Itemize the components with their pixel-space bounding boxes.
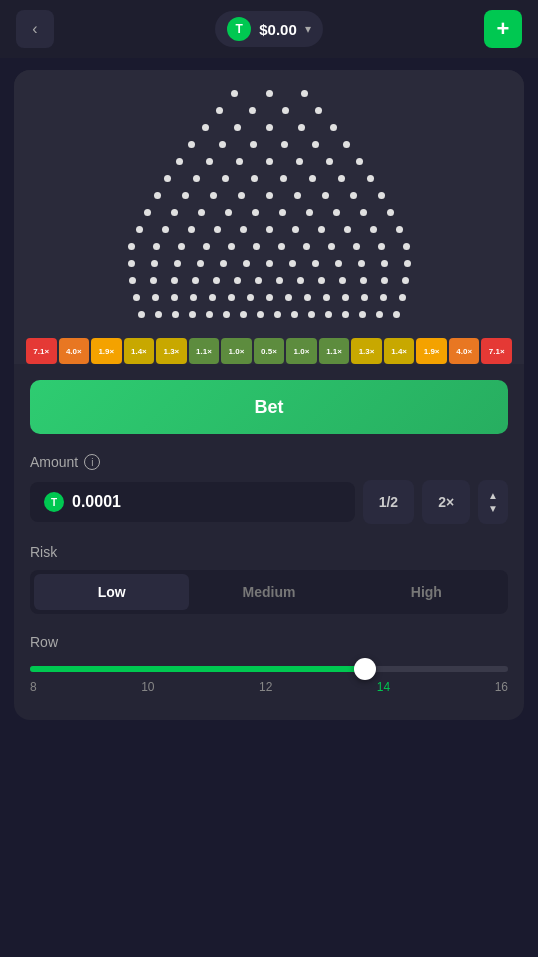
peg — [318, 226, 325, 233]
peg-row — [24, 141, 514, 148]
peg — [214, 226, 221, 233]
peg — [281, 141, 288, 148]
peg — [342, 311, 349, 318]
peg — [249, 107, 256, 114]
peg — [247, 294, 254, 301]
peg — [297, 277, 304, 284]
peg — [171, 209, 178, 216]
peg — [312, 141, 319, 148]
peg — [328, 243, 335, 250]
multiplier-cell: 1.0× — [286, 338, 317, 364]
peg — [298, 124, 305, 131]
half-button[interactable]: 1/2 — [363, 480, 414, 524]
plus-icon: + — [497, 16, 510, 42]
peg-row — [24, 311, 514, 318]
peg — [240, 311, 247, 318]
peg — [144, 209, 151, 216]
header: ‹ T $0.00 ▾ + — [0, 0, 538, 58]
row-label-14: 14 — [377, 680, 390, 694]
peg-row — [24, 107, 514, 114]
peg — [190, 294, 197, 301]
peg — [381, 277, 388, 284]
balance-pill[interactable]: T $0.00 ▾ — [215, 11, 323, 47]
peg — [326, 158, 333, 165]
risk-tabs: Low Medium High — [30, 570, 508, 614]
peg — [257, 311, 264, 318]
peg — [393, 311, 400, 318]
multiplier-cell: 7.1× — [481, 338, 512, 364]
chevron-down-icon: ▾ — [305, 22, 311, 36]
row-label: Row — [30, 634, 508, 650]
peg — [292, 226, 299, 233]
peg-row — [24, 277, 514, 284]
peg — [155, 311, 162, 318]
peg — [225, 209, 232, 216]
multiplier-cell: 1.9× — [416, 338, 447, 364]
peg — [279, 209, 286, 216]
double-button[interactable]: 2× — [422, 480, 470, 524]
peg — [228, 294, 235, 301]
peg — [188, 141, 195, 148]
peg — [236, 158, 243, 165]
slider-thumb[interactable] — [354, 658, 376, 680]
peg — [402, 277, 409, 284]
peg — [266, 158, 273, 165]
peg — [360, 277, 367, 284]
peg — [150, 277, 157, 284]
peg — [206, 158, 213, 165]
peg — [323, 294, 330, 301]
peg — [378, 243, 385, 250]
peg — [361, 294, 368, 301]
info-icon: i — [84, 454, 100, 470]
peg — [151, 260, 158, 267]
peg — [252, 209, 259, 216]
peg — [343, 141, 350, 148]
peg — [251, 175, 258, 182]
peg — [276, 277, 283, 284]
back-button[interactable]: ‹ — [16, 10, 54, 48]
peg — [193, 175, 200, 182]
peg — [178, 243, 185, 250]
peg-row — [24, 192, 514, 199]
peg — [380, 294, 387, 301]
peg — [174, 260, 181, 267]
multiplier-cell: 1.9× — [91, 338, 122, 364]
add-funds-button[interactable]: + — [484, 10, 522, 48]
peg — [353, 243, 360, 250]
bet-button[interactable]: Bet — [30, 380, 508, 434]
peg — [266, 124, 273, 131]
peg — [206, 311, 213, 318]
back-icon: ‹ — [32, 20, 37, 38]
peg-row — [24, 260, 514, 267]
peg — [223, 311, 230, 318]
peg — [289, 260, 296, 267]
peg — [153, 243, 160, 250]
peg-row — [24, 294, 514, 301]
peg — [356, 158, 363, 165]
peg — [255, 277, 262, 284]
peg-row — [24, 158, 514, 165]
peg — [339, 277, 346, 284]
balance-amount: $0.00 — [259, 21, 297, 38]
amount-input[interactable] — [72, 493, 341, 511]
risk-tab-high[interactable]: High — [349, 574, 504, 610]
peg — [176, 158, 183, 165]
peg — [291, 311, 298, 318]
peg — [333, 209, 340, 216]
risk-tab-low[interactable]: Low — [34, 574, 189, 610]
tron-icon: T — [227, 17, 251, 41]
peg — [136, 226, 143, 233]
peg — [210, 192, 217, 199]
peg — [213, 277, 220, 284]
peg — [228, 243, 235, 250]
slider-fill — [30, 666, 365, 672]
slider-track — [30, 666, 508, 672]
stepper-button[interactable]: ▲ ▼ — [478, 480, 508, 524]
peg — [350, 192, 357, 199]
amount-row: T 1/2 2× ▲ ▼ — [30, 480, 508, 524]
amount-label: Amount i — [30, 454, 508, 470]
multiplier-cell: 1.4× — [384, 338, 415, 364]
risk-tab-medium[interactable]: Medium — [191, 574, 346, 610]
peg — [172, 311, 179, 318]
peg — [202, 124, 209, 131]
